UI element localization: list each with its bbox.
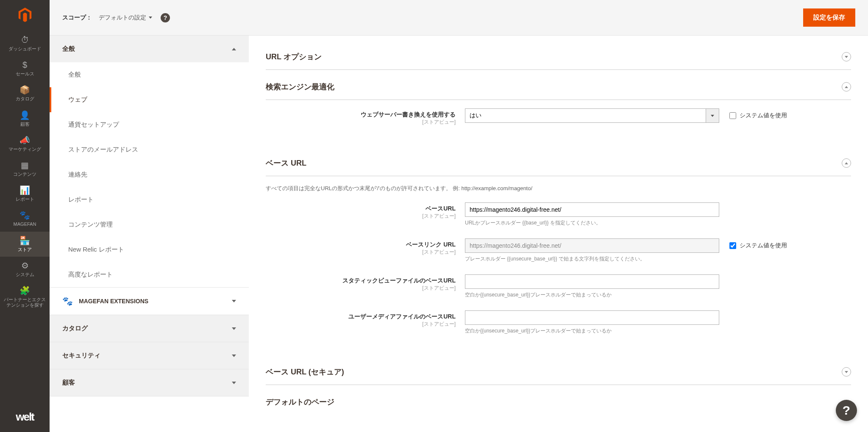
welt-logo[interactable]: welt bbox=[16, 410, 34, 424]
dollar-icon: $ bbox=[20, 60, 30, 69]
sidebar-item-contacts[interactable]: 連絡先 bbox=[50, 162, 249, 187]
chevron-circle-up-icon bbox=[842, 158, 851, 168]
nav-dashboard[interactable]: ⏱ダッシュボード bbox=[0, 31, 50, 56]
scope-select[interactable]: デフォルトの設定 bbox=[99, 14, 152, 22]
nav-customers[interactable]: 👤顧客 bbox=[0, 106, 50, 131]
field-label-rewrites: ウェブサーバー書き換えを使用する bbox=[266, 111, 456, 119]
input-base-link-url[interactable] bbox=[465, 238, 719, 253]
field-label-base-url: ベースURL bbox=[266, 205, 456, 213]
nav-stores[interactable]: 🏪ストア bbox=[0, 232, 50, 257]
sidebar-item-advanced-reporting[interactable]: 高度なレポート bbox=[50, 262, 249, 287]
input-media-url[interactable] bbox=[465, 310, 719, 325]
sidebar-group-general[interactable]: 全般 bbox=[50, 36, 249, 62]
chevron-down-icon bbox=[232, 354, 236, 357]
chevron-down-icon bbox=[232, 327, 236, 330]
section-seo[interactable]: 検索エンジン最適化 bbox=[266, 74, 851, 100]
dropdown-arrow-icon[interactable] bbox=[706, 108, 719, 123]
sidebar-item-store-email[interactable]: ストアのメールアドレス bbox=[50, 137, 249, 162]
gauge-icon: ⏱ bbox=[20, 35, 30, 44]
base-url-note: すべての項目は完全なURLの形式かつ末尾が'/'のものが許可されています。 例:… bbox=[266, 185, 851, 192]
person-icon: 👤 bbox=[20, 111, 30, 120]
left-nav: ⏱ダッシュボード $セールス 📦カタログ 👤顧客 📣マーケティング ▦コンテンツ… bbox=[0, 0, 50, 432]
sidebar-group-catalog[interactable]: カタログ bbox=[50, 315, 249, 342]
bar-chart-icon: 📊 bbox=[20, 186, 30, 195]
magefan-icon: 🐾 bbox=[62, 296, 73, 306]
nav-magefan[interactable]: 🐾MAGEFAN bbox=[0, 206, 50, 231]
sidebar-item-general[interactable]: 全般 bbox=[50, 62, 249, 87]
chevron-up-icon bbox=[232, 48, 236, 50]
magento-logo[interactable] bbox=[15, 5, 34, 24]
sidebar-item-reports[interactable]: レポート bbox=[50, 187, 249, 212]
gear-icon: ⚙ bbox=[20, 261, 30, 270]
magefan-icon: 🐾 bbox=[20, 210, 30, 220]
nav-content[interactable]: ▦コンテンツ bbox=[0, 156, 50, 181]
section-default-page[interactable]: デフォルトのページ bbox=[266, 389, 851, 415]
sidebar-group-customer[interactable]: 顧客 bbox=[50, 369, 249, 396]
input-static-url[interactable] bbox=[465, 274, 719, 289]
field-label-media-url: ユーザーメディアファイルのベースURL bbox=[266, 313, 456, 321]
sidebar-item-web[interactable]: ウェブ bbox=[50, 87, 249, 112]
scope-label: スコープ： bbox=[62, 14, 92, 22]
field-label-base-link-url: ベースリンク URL bbox=[266, 241, 456, 249]
chevron-down-icon bbox=[232, 300, 236, 302]
form-area: URL オプション 検索エンジン最適化 ウェブサーバー書き換えを使用する[ストア… bbox=[249, 36, 868, 432]
checkbox-use-system-rewrites[interactable]: システム値を使用 bbox=[729, 108, 787, 119]
layout-icon: ▦ bbox=[20, 161, 30, 170]
chevron-circle-down-icon bbox=[842, 367, 851, 377]
sidebar-item-content-mgmt[interactable]: コンテンツ管理 bbox=[50, 212, 249, 237]
sidebar-group-security[interactable]: セキュリティ bbox=[50, 342, 249, 369]
sidebar-group-magefan[interactable]: 🐾MAGEFAN EXTENSIONS bbox=[50, 288, 249, 315]
nav-marketing[interactable]: 📣マーケティング bbox=[0, 131, 50, 156]
section-base-url-secure[interactable]: ベース URL (セキュア) bbox=[266, 359, 851, 385]
input-base-url[interactable] bbox=[465, 202, 719, 217]
nav-partners[interactable]: 🧩パートナーとエクステンションを探す bbox=[0, 282, 50, 312]
nav-catalog[interactable]: 📦カタログ bbox=[0, 81, 50, 106]
store-icon: 🏪 bbox=[20, 236, 30, 245]
select-rewrites[interactable] bbox=[465, 108, 719, 123]
chevron-circle-up-icon bbox=[842, 82, 851, 91]
sidebar-item-currency[interactable]: 通貨セットアップ bbox=[50, 112, 249, 137]
field-label-static-url: スタティックビューファイルのベースURL bbox=[266, 277, 456, 285]
sidebar-item-newrelic[interactable]: New Relic レポート bbox=[50, 237, 249, 262]
nav-sales[interactable]: $セールス bbox=[0, 56, 50, 81]
config-sidebar: 全般 全般 ウェブ 通貨セットアップ ストアのメールアドレス 連絡先 レポート … bbox=[50, 36, 249, 432]
checkbox-use-system-link[interactable]: システム値を使用 bbox=[729, 238, 787, 249]
puzzle-icon: 🧩 bbox=[20, 286, 30, 295]
scope-help-icon[interactable]: ? bbox=[161, 13, 170, 22]
chevron-down-icon bbox=[232, 382, 236, 384]
floating-help-button[interactable]: ? bbox=[836, 400, 857, 421]
section-base-url[interactable]: ベース URL bbox=[266, 150, 851, 176]
chevron-circle-down-icon bbox=[842, 52, 851, 61]
megaphone-icon: 📣 bbox=[20, 136, 30, 145]
nav-system[interactable]: ⚙システム bbox=[0, 257, 50, 282]
page-header: スコープ： デフォルトの設定 ? 設定を保存 bbox=[50, 0, 868, 36]
section-url-options[interactable]: URL オプション bbox=[266, 44, 851, 70]
nav-reports[interactable]: 📊レポート bbox=[0, 181, 50, 206]
save-button[interactable]: 設定を保存 bbox=[803, 8, 855, 27]
box-icon: 📦 bbox=[20, 85, 30, 94]
